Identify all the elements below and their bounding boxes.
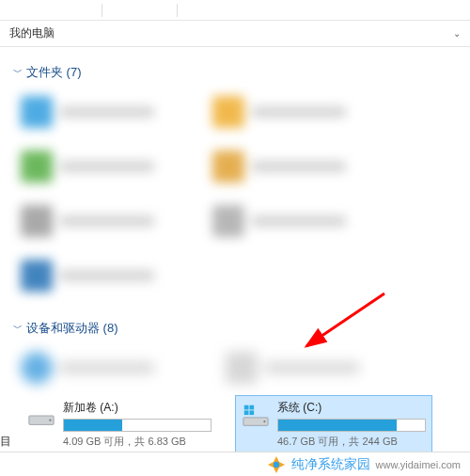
corner-text: 目 xyxy=(0,434,11,450)
folders-blurred-grid xyxy=(13,90,457,297)
capacity-bar xyxy=(63,419,212,432)
svg-point-14 xyxy=(273,461,278,467)
toolbar-divider xyxy=(177,4,178,17)
chevron-down-icon: ﹀ xyxy=(13,322,23,335)
section-title: 文件夹 (7) xyxy=(26,64,82,81)
section-header-folders[interactable]: ﹀ 文件夹 (7) xyxy=(13,64,457,81)
location-text: 我的电脑 xyxy=(9,25,55,41)
drive-label: 新加卷 (A:) xyxy=(63,400,212,416)
drive-label: 系统 (C:) xyxy=(277,400,426,416)
watermark-brand: 纯净系统家园 xyxy=(291,456,370,473)
capacity-bar xyxy=(277,419,426,432)
devices-blurred-row xyxy=(13,346,457,389)
chevron-down-icon[interactable]: ⌄ xyxy=(453,28,461,39)
svg-rect-8 xyxy=(249,410,254,415)
drive-item[interactable]: 新加卷 (A:) 4.09 GB 可用，共 6.83 GB xyxy=(21,395,218,453)
section-title: 设备和驱动器 (8) xyxy=(26,320,118,337)
toolbar-divider xyxy=(102,4,102,17)
drive-status: 46.7 GB 可用，共 244 GB xyxy=(277,435,426,449)
watermark: 纯净系统家园 www.yidaimei.com xyxy=(0,452,470,476)
section-header-devices[interactable]: ﹀ 设备和驱动器 (8) xyxy=(13,320,457,337)
svg-rect-7 xyxy=(244,410,249,415)
svg-point-2 xyxy=(49,420,51,421)
drive-status: 4.09 GB 可用，共 6.83 GB xyxy=(63,435,212,449)
drive-item-system[interactable]: 系统 (C:) 46.7 GB 可用，共 244 GB xyxy=(235,395,432,453)
drive-icon xyxy=(27,402,55,430)
ribbon-toolbar xyxy=(0,0,470,21)
logo-icon xyxy=(267,455,286,474)
svg-point-4 xyxy=(263,420,265,422)
svg-rect-6 xyxy=(249,405,254,410)
watermark-url: www.yidaimei.com xyxy=(376,459,461,470)
address-bar[interactable]: 我的电脑 ⌄ xyxy=(0,21,470,47)
svg-rect-5 xyxy=(244,405,249,410)
chevron-down-icon: ﹀ xyxy=(13,66,23,79)
os-drive-icon xyxy=(242,402,270,430)
